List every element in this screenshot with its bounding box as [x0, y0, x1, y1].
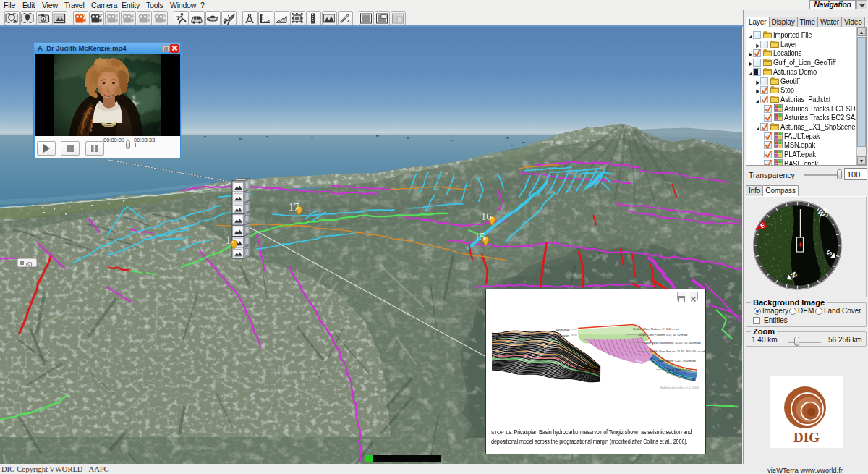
svg-text:1: 1: [83, 13, 86, 18]
svg-text:Lower Slope: 5-20°, >500 m wd: Lower Slope: 5-20°, >500 m wd: [658, 360, 696, 363]
svg-text:2: 2: [99, 13, 102, 18]
svg-text:Deeper Outer Platform: 0-5°, 1: Deeper Outer Platform: 0-5°, 10- 50 m wd: [638, 334, 687, 337]
svg-text:Late Visean: Late Visean: [556, 352, 572, 355]
svg-text:1: 1: [226, 234, 231, 246]
svg-text:Bashkirian: Bashkirian: [556, 328, 570, 331]
svg-text:3: 3: [115, 13, 118, 18]
svg-text:Middle Slope Breccia: 20-35°,: Middle Slope Breccia: 20-35°, 300-500+ m…: [650, 350, 705, 353]
svg-text:Serpukhovian: Serpukhovian: [550, 334, 569, 337]
svg-text:Modified after Collins et al.: Modified after Collins et al. (2006): [660, 386, 699, 389]
svg-text:6: 6: [163, 13, 166, 18]
svg-text:Toe of Slope to Basin: Toe of Slope to Basin: [667, 368, 692, 371]
svg-text:17: 17: [289, 201, 299, 213]
svg-text:4: 4: [131, 13, 134, 18]
svg-text:(0): (0): [26, 261, 33, 267]
svg-text:15: 15: [475, 231, 485, 242]
svg-text:0-5°, >500 m wd: 0-5°, >500 m wd: [667, 372, 686, 375]
svg-text:16: 16: [481, 211, 492, 222]
svg-text:Upper Slope Boundstone: 20-35°: Upper Slope Boundstone: 20-35°, 50 -300 …: [644, 342, 701, 344]
svg-text:DIG: DIG: [793, 430, 820, 445]
svg-text:Shallow Water Platform: 0°, 0-: Shallow Water Platform: 0°, 0-20 m wd: [633, 328, 678, 331]
svg-text:5: 5: [147, 13, 150, 18]
